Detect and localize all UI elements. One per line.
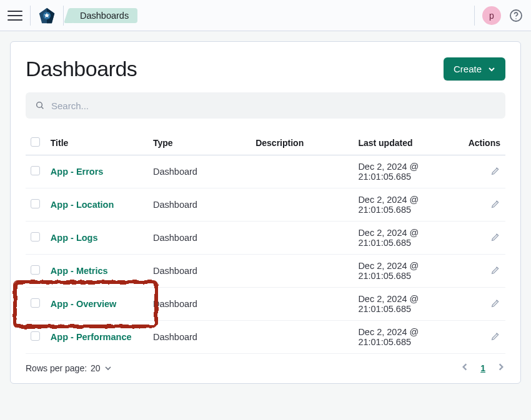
row-checkbox[interactable] — [31, 232, 40, 242]
row-last-updated: Dec 2, 2024 @21:01:05.685 — [353, 321, 462, 354]
dashboard-title-link[interactable]: App - Metrics — [51, 266, 108, 276]
row-last-updated: Dec 2, 2024 @21:01:05.685 — [353, 188, 462, 222]
next-page-button[interactable] — [497, 363, 505, 373]
row-description — [251, 222, 353, 255]
dashboards-table: Title Type Description Last updated Acti… — [26, 131, 505, 354]
row-checkbox[interactable] — [31, 199, 40, 208]
dashboard-title-link[interactable]: App - Overview — [51, 299, 117, 309]
table-row: App - PerformanceDashboardDec 2, 2024 @2… — [26, 321, 505, 354]
separator — [474, 6, 475, 26]
dashboard-title-link[interactable]: App - Logs — [51, 233, 98, 243]
row-description — [251, 255, 353, 288]
edit-button[interactable] — [490, 234, 500, 244]
row-type: Dashboard — [148, 255, 251, 288]
rows-per-page-value: 20 — [91, 363, 101, 373]
rows-per-page-selector[interactable]: Rows per page: 20 — [26, 363, 112, 373]
column-header-description[interactable]: Description — [251, 131, 353, 155]
top-bar: Dashboards p — [0, 0, 531, 31]
column-header-last-updated[interactable]: Last updated — [353, 131, 462, 155]
dashboard-title-link[interactable]: App - Performance — [51, 332, 132, 342]
row-last-updated: Dec 2, 2024 @21:01:05.685 — [353, 155, 462, 188]
breadcrumb[interactable]: Dashboards — [71, 8, 137, 23]
menu-button[interactable] — [7, 8, 22, 23]
row-checkbox[interactable] — [31, 265, 40, 275]
edit-button[interactable] — [490, 201, 500, 211]
row-checkbox[interactable] — [31, 331, 40, 341]
row-description — [251, 155, 353, 188]
row-type: Dashboard — [148, 222, 251, 255]
chevron-down-icon — [488, 66, 495, 73]
column-header-type[interactable]: Type — [148, 131, 251, 155]
edit-button[interactable] — [490, 267, 500, 277]
column-header-actions: Actions — [462, 131, 505, 155]
row-last-updated: Dec 2, 2024 @21:01:05.685 — [353, 288, 462, 321]
row-type: Dashboard — [148, 288, 251, 321]
search-input[interactable] — [51, 100, 496, 111]
row-type: Dashboard — [148, 155, 251, 188]
svg-point-5 — [37, 102, 42, 108]
row-type: Dashboard — [148, 321, 251, 354]
dashboard-title-link[interactable]: App - Location — [51, 200, 114, 210]
search-icon — [35, 100, 45, 110]
dashboards-panel: Dashboards Create Title Type Description… — [10, 41, 521, 384]
svg-line-6 — [41, 107, 43, 109]
table-row: App - LogsDashboardDec 2, 2024 @21:01:05… — [26, 222, 505, 255]
chevron-down-icon — [104, 364, 112, 372]
table-row: App - LocationDashboardDec 2, 2024 @21:0… — [26, 188, 505, 222]
app-logo[interactable] — [38, 7, 56, 24]
edit-button[interactable] — [490, 300, 500, 310]
help-icon[interactable] — [509, 8, 524, 23]
table-row: App - ErrorsDashboardDec 2, 2024 @21:01:… — [26, 155, 505, 188]
edit-button[interactable] — [490, 168, 500, 178]
row-last-updated: Dec 2, 2024 @21:01:05.685 — [353, 222, 462, 255]
prev-page-button[interactable] — [460, 363, 469, 373]
row-checkbox[interactable] — [31, 298, 40, 308]
page-title: Dashboards — [26, 57, 137, 81]
row-checkbox[interactable] — [31, 166, 40, 175]
pagination: 1 — [460, 363, 505, 373]
row-description — [251, 321, 353, 354]
row-last-updated: Dec 2, 2024 @21:01:05.685 — [353, 255, 462, 288]
edit-button[interactable] — [490, 333, 500, 343]
create-button[interactable]: Create — [444, 57, 505, 81]
table-row: App - OverviewDashboardDec 2, 2024 @21:0… — [26, 288, 505, 321]
select-all-checkbox[interactable] — [31, 137, 40, 147]
create-button-label: Create — [454, 64, 482, 74]
dashboard-title-link[interactable]: App - Errors — [51, 167, 104, 177]
table-row: App - MetricsDashboardDec 2, 2024 @21:01… — [26, 255, 505, 288]
column-header-title[interactable]: Title — [46, 131, 148, 155]
rows-per-page-label: Rows per page: — [26, 363, 87, 373]
user-avatar[interactable]: p — [482, 6, 501, 25]
row-type: Dashboard — [148, 188, 251, 222]
row-description — [251, 288, 353, 321]
svg-point-4 — [515, 18, 517, 19]
separator — [30, 6, 31, 26]
search-bar[interactable] — [26, 92, 505, 119]
page-number[interactable]: 1 — [480, 363, 485, 373]
row-description — [251, 188, 353, 222]
